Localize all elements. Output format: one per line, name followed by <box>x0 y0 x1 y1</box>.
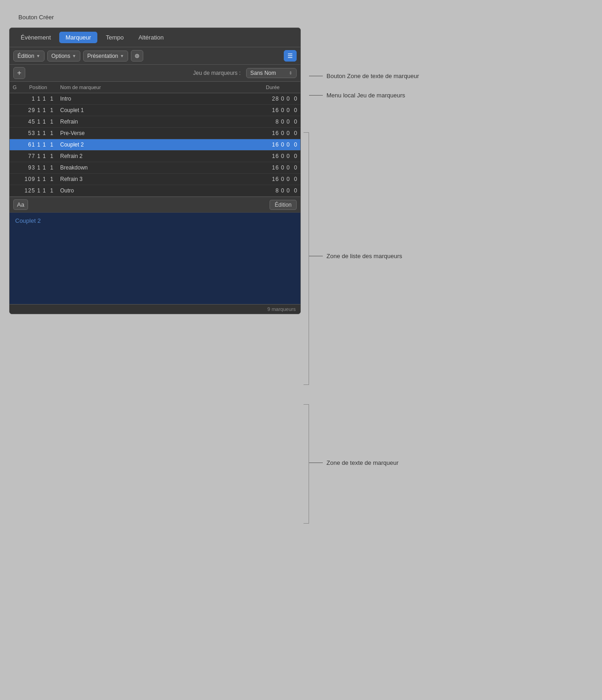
table-row[interactable]: 29 1 1 1 Couplet 1 16 0 0 0 <box>10 105 300 116</box>
cell-g <box>10 144 20 146</box>
marker-list-container: G Position Nom de marqueur Durée 1 1 1 1… <box>10 82 300 197</box>
annotation-list-zone-label: Zone de liste des marqueurs <box>326 253 402 260</box>
main-panel: Évènement Marqueur Tempo Altération Édit… <box>9 28 301 314</box>
text-zone-button[interactable]: ☰ <box>284 50 297 62</box>
cell-duration: 16 0 0 0 <box>245 141 300 149</box>
status-bar: 9 marqueurs <box>10 305 300 314</box>
annotation-line-3 <box>309 256 323 256</box>
presentation-dropdown-label: Présentation <box>87 53 118 59</box>
cell-name: Couplet 1 <box>56 106 245 114</box>
table-row[interactable]: 93 1 1 1 Breakdown 16 0 0 0 <box>10 162 300 174</box>
cell-position: 93 1 1 1 <box>20 164 56 172</box>
add-marker-button[interactable]: + <box>13 67 25 79</box>
cell-duration: 16 0 0 0 <box>245 164 300 172</box>
tab-evenement[interactable]: Évènement <box>14 32 57 43</box>
cell-g <box>10 155 20 157</box>
text-toolbar: Aa Édition <box>10 197 300 213</box>
cell-position: 45 1 1 1 <box>20 118 56 126</box>
cell-position: 77 1 1 1 <box>20 152 56 160</box>
tab-marqueur[interactable]: Marqueur <box>59 32 98 43</box>
annotation-text-zone-label: Zone de texte de marqueur <box>326 459 399 466</box>
annotation-text-zone: Zone de texte de marqueur <box>309 459 399 466</box>
annotation-text-zone-button-label: Bouton Zone de texte de marqueur <box>326 73 419 79</box>
cell-name: Refrain 2 <box>56 152 245 160</box>
cell-duration: 16 0 0 0 <box>245 152 300 160</box>
annotation-markerset-menu-label: Menu local Jeu de marqueurs <box>326 92 405 99</box>
annotation-line-2 <box>309 95 323 96</box>
cell-g <box>10 178 20 180</box>
cell-g <box>10 132 20 134</box>
cell-duration: 8 0 0 0 <box>245 118 300 126</box>
markerset-select[interactable]: Sans Nom ⇕ <box>246 68 297 78</box>
markerset-label: Jeu de marqueurs : <box>193 70 241 76</box>
cell-name: Pre-Verse <box>56 129 245 137</box>
col-header-name: Nom de marqueur <box>56 84 245 91</box>
markerset-chevron-icon: ⇕ <box>289 71 293 75</box>
tab-tempo[interactable]: Tempo <box>99 32 130 43</box>
annotation-markerset-menu: Menu local Jeu de marqueurs <box>309 92 405 99</box>
options-dropdown[interactable]: Options ▼ <box>47 51 80 62</box>
cell-duration: 16 0 0 0 <box>245 129 300 137</box>
cell-name: Refrain 3 <box>56 175 245 183</box>
cell-name: Breakdown <box>56 164 245 172</box>
table-row[interactable]: 109 1 1 1 Refrain 3 16 0 0 0 <box>10 174 300 185</box>
font-button[interactable]: Aa <box>13 199 28 210</box>
cell-duration: 16 0 0 0 <box>245 106 300 114</box>
cell-g <box>10 98 20 100</box>
col-header-duration: Durée <box>245 84 300 91</box>
page-wrapper: Bouton Créer Évènement Marqueur Tempo Al… <box>9 14 465 314</box>
top-label: Bouton Créer <box>18 14 54 21</box>
cell-position: 1 1 1 1 <box>20 95 56 103</box>
bracket-text-zone <box>304 404 309 524</box>
col-header-position: Position <box>20 84 56 91</box>
edition-dropdown[interactable]: Édition ▼ <box>13 51 45 62</box>
markerset-row: + Jeu de marqueurs : Sans Nom ⇕ <box>10 65 300 82</box>
cell-name: Intro <box>56 95 245 103</box>
cell-name: Outro <box>56 186 245 195</box>
options-chevron-icon: ▼ <box>72 54 76 58</box>
tab-alteration[interactable]: Altération <box>132 32 170 43</box>
tab-bar: Évènement Marqueur Tempo Altération <box>10 28 300 47</box>
marker-text-area[interactable]: Couplet 2 <box>10 213 300 305</box>
presentation-chevron-icon: ▼ <box>120 54 124 58</box>
cell-duration: 16 0 0 0 <box>245 175 300 183</box>
cell-position: 29 1 1 1 <box>20 106 56 114</box>
cell-duration: 8 0 0 0 <box>245 186 300 195</box>
cell-duration: 28 0 0 0 <box>245 95 300 103</box>
table-row[interactable]: 1 1 1 1 Intro 28 0 0 0 <box>10 93 300 105</box>
cell-position: 125 1 1 1 <box>20 186 56 195</box>
add-icon: + <box>17 69 21 77</box>
annotation-line-4 <box>309 463 323 463</box>
edition-dropdown-label: Édition <box>17 53 34 59</box>
table-row[interactable]: 53 1 1 1 Pre-Verse 16 0 0 0 <box>10 128 300 139</box>
toolbar: Édition ▼ Options ▼ Présentation ▼ ⊛ ☰ <box>10 47 300 65</box>
table-row[interactable]: 45 1 1 1 Refrain 8 0 0 0 <box>10 116 300 128</box>
text-zone-icon: ☰ <box>287 52 293 59</box>
cell-g <box>10 121 20 123</box>
cell-position: 61 1 1 1 <box>20 141 56 149</box>
annotation-text-zone-button: Bouton Zone de texte de marqueur <box>309 73 419 79</box>
markerset-value: Sans Nom <box>250 70 276 76</box>
cell-name: Refrain <box>56 118 245 126</box>
cell-name: Couplet 2 <box>56 141 245 149</box>
filter-icon-button[interactable]: ⊛ <box>131 50 143 62</box>
annotation-line-1 <box>309 76 323 76</box>
table-row[interactable]: 61 1 1 1 Couplet 2 16 0 0 0 <box>10 139 300 151</box>
cell-position: 53 1 1 1 <box>20 129 56 137</box>
cell-g <box>10 167 20 169</box>
table-body: 1 1 1 1 Intro 28 0 0 0 29 1 1 1 Couplet … <box>10 93 300 197</box>
edition-button[interactable]: Édition <box>270 200 297 210</box>
table-row[interactable]: 77 1 1 1 Refrain 2 16 0 0 0 <box>10 151 300 162</box>
edition-chevron-icon: ▼ <box>36 54 40 58</box>
col-header-g: G <box>10 84 20 91</box>
table-row[interactable]: 125 1 1 1 Outro 8 0 0 0 <box>10 185 300 197</box>
annotation-list-zone: Zone de liste des marqueurs <box>309 253 402 260</box>
options-dropdown-label: Options <box>51 53 70 59</box>
cell-position: 109 1 1 1 <box>20 175 56 183</box>
bracket-list-zone <box>304 132 309 385</box>
table-header: G Position Nom de marqueur Durée <box>10 82 300 93</box>
cell-g <box>10 190 20 192</box>
filter-icon: ⊛ <box>135 52 140 59</box>
cell-g <box>10 109 20 111</box>
presentation-dropdown[interactable]: Présentation ▼ <box>83 51 128 62</box>
